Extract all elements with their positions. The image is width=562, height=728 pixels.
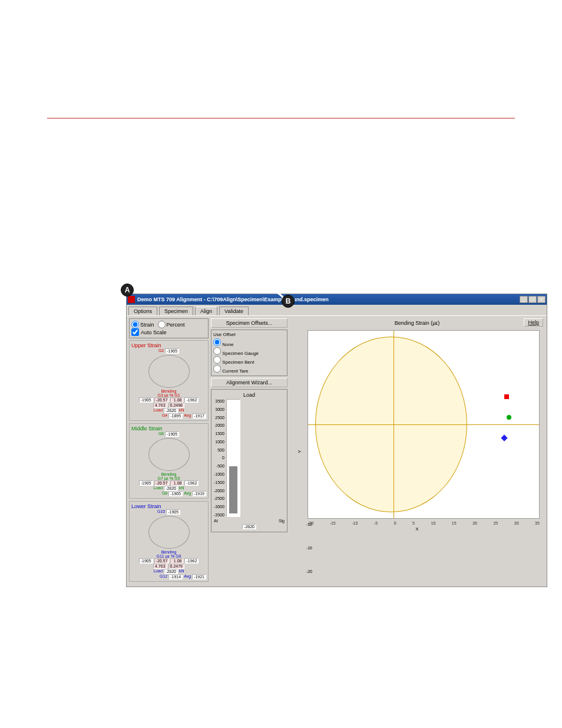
xt8: 20 <box>472 521 477 525</box>
l-avg-value: -1921 <box>192 574 206 579</box>
upper-strain-title: Upper Strain <box>131 342 206 348</box>
m-uev-value: -20.57 <box>154 480 170 486</box>
xt5: 5 <box>412 521 415 525</box>
radio-gauge[interactable]: Specimen Gauge <box>213 347 285 356</box>
l-load-unit: kN <box>179 569 184 574</box>
maximize-button[interactable]: □ <box>528 296 537 303</box>
g9-value: -1962 <box>184 558 199 564</box>
load-meter: Load 3500 3000 2500 2000 1500 1000 500 0… <box>211 389 287 532</box>
g3-label: G3 <box>157 393 163 397</box>
ls11: -2000 <box>214 489 224 493</box>
chart-ylabel: Y <box>297 450 302 453</box>
g1-value: -1962 <box>184 397 199 403</box>
middle-strain-block: Middle Strain G6-1905 Bending G7 µε % G5… <box>129 423 209 499</box>
tab-options[interactable]: Options <box>128 307 157 315</box>
l-avg-label: Avg <box>184 574 191 579</box>
middle-strain-title: Middle Strain <box>131 426 206 431</box>
close-button[interactable]: × <box>537 296 546 303</box>
specimen-offsets-button[interactable]: Specimen Offsets... <box>211 318 287 328</box>
xt10: 30 <box>514 521 519 525</box>
window-title: Demo MTS 709 Alignment - C:\709Align\Spe… <box>137 297 520 302</box>
ls12: -2500 <box>214 496 224 500</box>
g5-value: -1962 <box>184 480 199 486</box>
yt19: -20 <box>304 569 312 574</box>
g5-label: G5 <box>174 476 180 480</box>
load-axis-right: Sig <box>279 519 285 523</box>
load-fill-bar <box>229 466 237 513</box>
g6-value: -1905 <box>165 431 179 437</box>
load-meter-title: Load <box>214 392 285 398</box>
ue-label: µε <box>164 393 168 397</box>
xt7: 15 <box>452 521 457 525</box>
middle-ring-icon <box>148 438 190 471</box>
l-tilt-value: 4.763 <box>153 564 167 569</box>
l-pctv-value: 1.08 <box>170 558 183 564</box>
m-pct-label: % <box>170 476 173 480</box>
uev-value: -20.57 <box>154 397 170 403</box>
lower-strain-title: Lower Strain <box>131 503 206 509</box>
radio-strain[interactable]: Strain <box>131 321 154 328</box>
app-window: Demo MTS 709 Alignment - C:\709Align\Spe… <box>126 294 547 587</box>
radio-percent[interactable]: Percent <box>158 321 185 328</box>
pct-label: % <box>170 393 173 397</box>
point-middle <box>507 415 511 420</box>
ls0: 3500 <box>214 399 224 403</box>
g4-label: G4 <box>162 413 167 419</box>
section-rule <box>47 118 515 118</box>
minimize-button[interactable]: _ <box>520 296 528 303</box>
ls8: -500 <box>214 464 224 468</box>
g10-label: G10 <box>157 509 165 515</box>
g8-label: G8 <box>162 491 167 496</box>
point-lower <box>501 434 508 441</box>
arrow-b-icon <box>258 286 285 301</box>
radio-bent[interactable]: Specimen Bent <box>213 356 285 365</box>
ls1: 3000 <box>214 407 224 411</box>
load-label: Load <box>153 408 163 413</box>
tab-align[interactable]: Align <box>195 307 217 315</box>
g4-value: -1895 <box>168 413 183 419</box>
l-ue-label: µε <box>166 554 170 558</box>
chart-panel: Help Bending Strain (µε) Y 18 14 10 6 2 … <box>290 318 544 584</box>
pctv-value: 1.08 <box>170 397 183 403</box>
m-load-value: -2820 <box>164 486 178 491</box>
chart-xticks: -20 -15 -10 -5 0 5 10 15 20 25 30 35 <box>308 521 540 525</box>
m-avg-label: Avg <box>184 491 191 496</box>
ls6: 500 <box>214 448 224 452</box>
help-button[interactable]: Help <box>524 318 543 327</box>
l-load-value: -2820 <box>164 569 178 574</box>
m-ue-label: µε <box>164 476 168 480</box>
g10-value: -1905 <box>166 509 180 515</box>
xt1: -15 <box>330 521 336 525</box>
radio-percent-label: Percent <box>167 322 185 328</box>
g7-label: G7 <box>157 476 163 480</box>
chart-plot-area <box>308 330 540 519</box>
middle-bending-label: Bending <box>161 472 177 476</box>
arrow-a-icon <box>133 280 157 292</box>
alignment-wizard-button[interactable]: Alignment Wizard... <box>211 378 287 387</box>
use-offset-title: Use Offset <box>213 332 285 337</box>
ls10: -1500 <box>214 480 224 485</box>
avg-label: Avg <box>184 413 191 419</box>
load-unit: kN <box>179 408 184 413</box>
radio-strain-label: Strain <box>140 322 154 328</box>
m-load-unit: kN <box>179 486 184 491</box>
tab-validate[interactable]: Validate <box>219 307 249 315</box>
ls4: 1500 <box>214 431 224 436</box>
ls5: 1000 <box>214 440 224 444</box>
left-panel: Strain Percent Auto Scale Upper Strain G… <box>129 318 209 584</box>
l-tiltpct-value: 0.2479 <box>168 564 184 569</box>
opt-none-label: None <box>222 342 233 347</box>
titlebar: Demo MTS 709 Alignment - C:\709Align\Spe… <box>127 294 547 305</box>
opt-bent-label: Specimen Bent <box>222 360 254 365</box>
upper-ring-icon <box>148 355 190 388</box>
xt3: -5 <box>374 521 378 525</box>
g2-label: G2 <box>158 348 164 354</box>
radio-none[interactable]: None <box>213 338 285 347</box>
opt-tare-label: Current Tare <box>222 368 248 374</box>
tilt-value: 4.763 <box>153 403 167 408</box>
autoscale-label: Auto Scale <box>141 330 167 335</box>
tab-specimen[interactable]: Specimen <box>159 307 193 315</box>
g12-label: G12 <box>160 574 167 579</box>
autoscale-checkbox[interactable]: Auto Scale <box>131 328 206 336</box>
radio-tare[interactable]: Current Tare <box>213 365 285 374</box>
